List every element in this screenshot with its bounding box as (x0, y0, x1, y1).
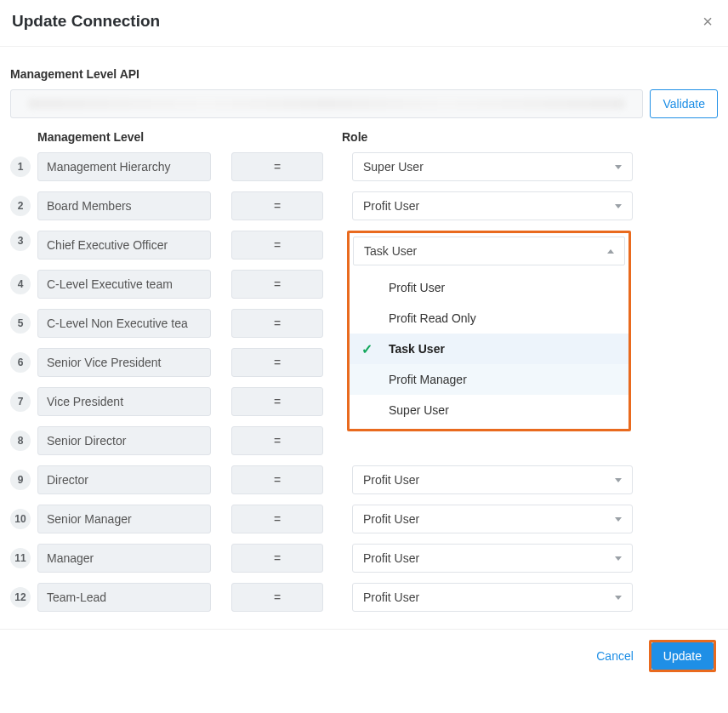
row-index-badge: 10 (10, 509, 31, 529)
role-select[interactable]: Task User (353, 237, 625, 265)
chevron-up-icon (607, 249, 614, 254)
level-row: 1Management Hierarchy=Super User (10, 152, 718, 181)
row-index-badge: 3 (10, 231, 31, 251)
level-name-field: Senior Manager (37, 505, 211, 533)
role-select-value: Profit User (363, 512, 419, 526)
role-dropdown-panel: Task UserProfit UserProfit Read Only✓Tas… (347, 231, 631, 431)
level-name-field: Team-Lead (37, 583, 211, 612)
check-icon: ✓ (361, 341, 373, 357)
chevron-down-icon (615, 596, 622, 600)
equals-field: = (231, 191, 323, 220)
equals-field: = (231, 426, 323, 455)
row-index-badge: 2 (10, 196, 31, 216)
role-option-label: Task User (389, 342, 445, 356)
role-select[interactable]: Profit User (352, 191, 633, 220)
level-row: 10Senior Manager=Profit User (10, 505, 718, 533)
role-option-label: Profit User (389, 281, 445, 294)
chevron-down-icon (615, 556, 622, 561)
level-row: 2Board Members=Profit User (10, 191, 718, 220)
equals-field: = (231, 387, 323, 416)
level-row: 11Manager=Profit User (10, 544, 718, 573)
modal-title: Update Connection (12, 12, 160, 31)
update-button[interactable]: Update (651, 642, 714, 670)
role-select[interactable]: Profit User (352, 505, 633, 533)
role-option-label: Profit Manager (389, 373, 467, 386)
cancel-button[interactable]: Cancel (596, 649, 634, 663)
equals-field: = (231, 583, 323, 612)
role-option-label: Super User (389, 403, 449, 417)
update-connection-modal: Update Connection × Management Level API… (0, 0, 728, 682)
modal-header: Update Connection × (0, 0, 728, 47)
validate-button[interactable]: Validate (650, 89, 718, 118)
role-option[interactable]: Profit User (350, 272, 628, 303)
modal-footer: Cancel Update (0, 629, 728, 682)
row-index-badge: 1 (10, 157, 31, 177)
chevron-down-icon (615, 204, 622, 208)
levels-section: Management Level Role 1Management Hierar… (0, 125, 728, 629)
row-index-badge: 12 (10, 587, 31, 607)
role-option[interactable]: ✓Task User (350, 334, 628, 364)
row-index-badge: 5 (10, 313, 31, 334)
level-name-field: Chief Executive Officer (37, 231, 211, 260)
equals-field: = (231, 231, 323, 260)
level-name-field: Senior Vice President (37, 348, 211, 377)
level-column-header: Management Level (37, 130, 228, 144)
level-name-field: Manager (37, 544, 211, 573)
api-section-label: Management Level API (10, 67, 718, 81)
role-select-value: Super User (363, 160, 424, 174)
chevron-down-icon (615, 165, 622, 169)
role-select-value: Task User (364, 244, 417, 258)
equals-field: = (231, 465, 323, 494)
row-index-badge: 8 (10, 431, 31, 451)
row-index-badge: 9 (10, 470, 31, 490)
role-select-value: Profit User (363, 199, 419, 213)
equals-field: = (231, 505, 323, 533)
role-options-list: Profit UserProfit Read Only✓Task UserPro… (350, 269, 628, 429)
api-url-input[interactable] (10, 89, 643, 118)
rows-container: 1Management Hierarchy=Super User2Board M… (10, 152, 718, 612)
column-headers: Management Level Role (10, 130, 718, 144)
role-select[interactable]: Profit User (352, 544, 633, 573)
role-option[interactable]: Profit Read Only (350, 303, 628, 334)
api-section: Management Level API Validate (0, 47, 728, 125)
row-index-badge: 4 (10, 274, 31, 294)
level-name-field: Director (37, 465, 211, 494)
role-select-value: Profit User (363, 590, 419, 604)
close-icon[interactable]: × (702, 13, 713, 30)
row-index-badge: 7 (10, 391, 31, 412)
row-index-badge: 6 (10, 352, 31, 373)
level-name-field: C-Level Non Executive tea (37, 309, 211, 338)
level-name-field: Management Hierarchy (37, 152, 211, 181)
role-select[interactable]: Profit User (352, 465, 633, 494)
level-name-field: Vice President (37, 387, 211, 416)
equals-field: = (231, 152, 323, 181)
equals-field: = (231, 348, 323, 377)
role-select[interactable]: Super User (352, 152, 633, 181)
equals-field: = (231, 270, 323, 299)
level-row: 9Director=Profit User (10, 465, 718, 494)
role-select-value: Profit User (363, 551, 419, 565)
role-column-header: Role (342, 130, 367, 144)
level-name-field: Senior Director (37, 426, 211, 455)
chevron-down-icon (615, 517, 622, 522)
level-name-field: C-Level Executive team (37, 270, 211, 299)
role-option-label: Profit Read Only (389, 311, 476, 325)
row-index-badge: 11 (10, 548, 31, 568)
chevron-down-icon (615, 478, 622, 482)
role-select[interactable]: Profit User (352, 583, 633, 612)
level-name-field: Board Members (37, 191, 211, 220)
role-dropdown-open-wrap: Task UserProfit UserProfit Read Only✓Tas… (352, 231, 633, 453)
role-option[interactable]: Profit Manager (350, 364, 628, 395)
role-option[interactable]: Super User (350, 395, 628, 425)
role-select-value: Profit User (363, 473, 419, 487)
equals-field: = (231, 309, 323, 338)
equals-field: = (231, 544, 323, 573)
level-row: 3Chief Executive Officer=Task UserProfit… (10, 231, 718, 453)
api-row: Validate (10, 89, 718, 118)
level-row: 12Team-Lead=Profit User (10, 583, 718, 612)
update-button-highlight: Update (649, 640, 716, 672)
